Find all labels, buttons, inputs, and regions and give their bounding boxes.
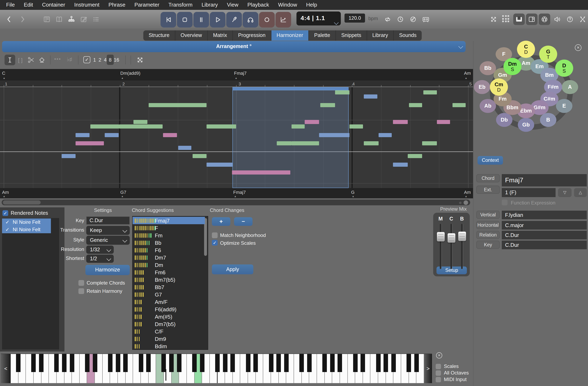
midi-note[interactable] <box>163 133 177 137</box>
suggestion-row-am-f[interactable]: Am/F <box>133 298 205 305</box>
black-key[interactable] <box>70 354 74 372</box>
relation-value-field[interactable]: C.Dur <box>502 231 587 239</box>
midi-note[interactable] <box>320 103 335 107</box>
time-signature-display[interactable]: 4:4 | 1.1 <box>296 12 341 25</box>
speaker-icon[interactable] <box>553 15 561 23</box>
midi-note[interactable] <box>453 103 466 107</box>
play-button[interactable] <box>210 12 225 27</box>
midi-note[interactable] <box>62 154 76 158</box>
menu-item-help[interactable]: Help <box>302 0 322 10</box>
midi-note[interactable] <box>319 133 349 137</box>
black-key[interactable] <box>123 354 128 372</box>
ext-up-button[interactable]: △ <box>574 188 587 197</box>
suggestion-row-g7[interactable]: G7 <box>133 291 205 298</box>
midi-note[interactable] <box>409 103 422 107</box>
skip-start-button[interactable] <box>161 12 176 27</box>
tab-sounds[interactable]: Sounds <box>393 30 422 41</box>
chord-label-button[interactable]: Chord <box>476 174 500 182</box>
mixer-slider-track[interactable] <box>461 224 463 269</box>
tab-progression[interactable]: Progression <box>232 30 271 41</box>
grid-value-16[interactable]: 16 <box>114 57 119 63</box>
suggestion-row-f[interactable]: F <box>133 224 205 232</box>
midi-button[interactable] <box>539 14 550 25</box>
rendered-notes-checkbox[interactable]: ✓ <box>2 210 8 216</box>
suggestion-row-bb7[interactable]: Bb7 <box>133 283 205 291</box>
key-bubble-ab[interactable]: Ab <box>480 99 496 113</box>
midi-note[interactable] <box>423 90 437 94</box>
midi-note[interactable] <box>292 124 305 129</box>
black-key[interactable] <box>253 354 258 372</box>
black-key[interactable] <box>376 354 380 372</box>
midi-note[interactable] <box>232 171 290 174</box>
vertical-label-button[interactable]: Vertical <box>476 211 500 219</box>
transitions-select[interactable]: Keep <box>86 226 130 235</box>
context-button[interactable]: Context <box>478 156 503 165</box>
expand-icon[interactable] <box>136 56 144 64</box>
black-key[interactable] <box>31 354 36 372</box>
vertical-value-field[interactable]: F.lydian <box>502 211 587 219</box>
suggestion-row-dm9[interactable]: Dm9 <box>133 335 205 343</box>
key-bubble-e[interactable]: E <box>556 99 572 113</box>
optimize-scales-checkbox[interactable]: ✓ <box>212 240 218 246</box>
remove-chord-button[interactable]: – <box>234 217 252 226</box>
style-select[interactable]: Generic <box>86 236 130 245</box>
black-key[interactable] <box>177 354 182 372</box>
black-key[interactable] <box>269 354 273 372</box>
midi-note[interactable] <box>119 124 163 129</box>
tab-library[interactable]: Library <box>366 30 393 41</box>
key-bubble-gb[interactable]: Gb <box>518 118 534 132</box>
grid-value-2[interactable]: 2 <box>99 57 101 63</box>
midi-note[interactable] <box>422 141 437 145</box>
scales-checkbox[interactable] <box>436 364 441 369</box>
chord-track-bottom[interactable]: Am▲G7▲Fmaj7▲G▲Am▲ <box>0 188 473 198</box>
ibeam-tool-button[interactable] <box>4 55 15 65</box>
tools-icon[interactable] <box>579 15 587 23</box>
loop-icon[interactable] <box>383 15 392 23</box>
selection-top-bar[interactable] <box>232 87 349 90</box>
black-key[interactable] <box>39 354 43 372</box>
key-bubble-cm[interactable]: CmD <box>490 78 508 96</box>
grid-icon[interactable] <box>502 15 509 22</box>
tab-matrix[interactable]: Matrix <box>207 30 232 41</box>
black-key[interactable] <box>391 354 396 372</box>
grid-value-8[interactable]: 8 <box>109 57 111 63</box>
grid-value-4[interactable]: 4 <box>104 57 106 63</box>
bracket-select-icon[interactable]: [ ] <box>18 57 22 63</box>
suggestion-row-f6[interactable]: F6 <box>133 246 205 254</box>
chord-region-label[interactable]: Am <box>464 190 471 195</box>
resolution-select[interactable]: 1/32 <box>86 246 114 254</box>
suggestion-row-c-f[interactable]: C/F <box>133 328 205 335</box>
keyboard-close-icon[interactable]: ✕ <box>436 352 442 359</box>
timeline-ruler[interactable]: 12345 <box>0 81 473 87</box>
key-value-field[interactable]: C.Dur <box>502 241 587 249</box>
black-key[interactable] <box>215 354 220 372</box>
black-key[interactable] <box>353 354 357 372</box>
black-key[interactable] <box>85 354 89 372</box>
midi-note[interactable] <box>378 133 392 137</box>
menu-item-view[interactable]: View <box>222 0 243 10</box>
list-icon[interactable] <box>92 15 100 23</box>
forward-chevron-icon[interactable] <box>19 15 27 23</box>
metronome-icon[interactable] <box>409 15 417 23</box>
black-key[interactable] <box>299 354 304 372</box>
keyboard-scroll-right-button[interactable]: > <box>424 354 432 383</box>
suggestion-row-bb[interactable]: Bb <box>133 239 205 246</box>
midi-note[interactable] <box>305 120 319 124</box>
black-key[interactable] <box>169 354 174 372</box>
chord-region-label[interactable]: G7 <box>120 190 126 195</box>
chord-region-label[interactable]: Am <box>2 190 9 195</box>
black-key[interactable] <box>223 354 227 372</box>
midi-note[interactable] <box>364 94 377 99</box>
tab-harmonizer[interactable]: Harmonizer <box>271 30 308 41</box>
tab-overview[interactable]: Overview <box>175 30 207 41</box>
snap-checkbox[interactable]: ✓ <box>83 56 90 63</box>
eraser-icon[interactable] <box>38 56 46 64</box>
black-key[interactable] <box>330 354 335 372</box>
midi-note[interactable] <box>335 90 349 94</box>
ext-label-button[interactable]: Ext. <box>476 186 500 194</box>
mixer-slider-track[interactable] <box>440 224 441 269</box>
horizontal-value-field[interactable]: C.major <box>502 221 587 230</box>
mixer-slider-handle[interactable] <box>437 232 444 241</box>
key-bubble-dm[interactable]: DmS <box>504 58 522 75</box>
chord-track-top[interactable]: C▲Dm(add9)▲Fmaj7▲Am▲ <box>0 69 473 81</box>
